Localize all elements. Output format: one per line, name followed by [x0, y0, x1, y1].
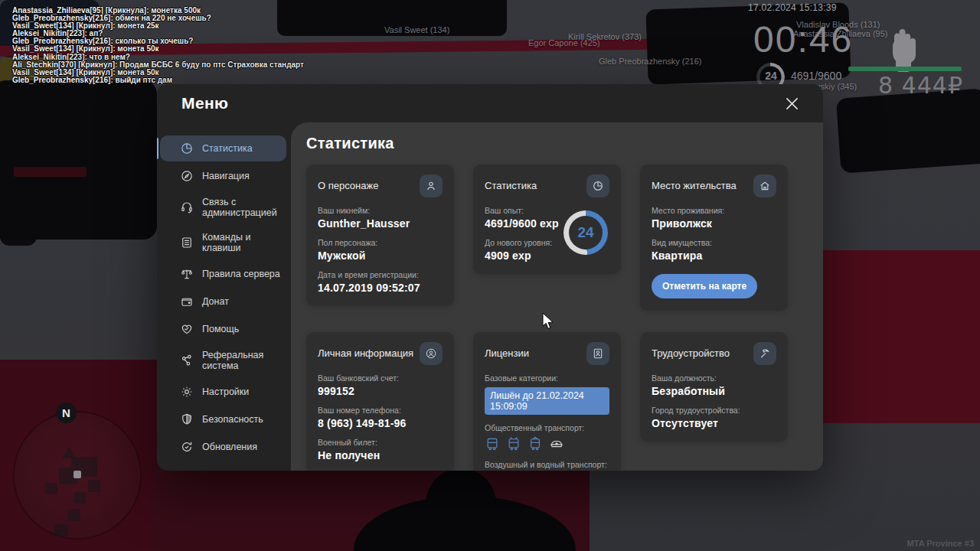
sidebar-item-admin-contact[interactable]: Связь с администрацией [160, 191, 286, 224]
server-watermark: MTA Province #3 [907, 539, 974, 548]
field-value: Gunther_Hausser [318, 217, 443, 230]
pickaxe-icon [753, 342, 776, 365]
field-value: Не получен [318, 449, 443, 461]
player-nametag: Vasil Sweet (134) [384, 25, 449, 34]
field-value: 999152 [318, 385, 443, 397]
sidebar-item-label: Реферальная система [202, 350, 282, 371]
scales-icon [180, 267, 194, 281]
field-value: Приволжск [652, 217, 776, 230]
sidebar-item-security[interactable]: Безопасность [160, 406, 286, 432]
sidebar-item-label: Безопасность [202, 414, 263, 425]
id-card-icon [586, 342, 609, 365]
person-icon [420, 174, 443, 197]
sidebar-item-statistics[interactable]: Статистика [160, 135, 286, 161]
sidebar-item-navigation[interactable]: Навигация [160, 163, 286, 189]
menu-header: Меню [157, 84, 823, 122]
player-nametag: vskiy (345) [816, 82, 857, 91]
minimap: N [15, 412, 140, 538]
sidebar-item-label: Связь с администрацией [202, 197, 282, 218]
field-value: 4909 exp [485, 249, 559, 262]
field-label: Ваш опыт: [485, 206, 559, 215]
pie-chart-icon [586, 174, 609, 197]
hud-money: 8 444₽ [878, 72, 963, 99]
sidebar-item-donate[interactable]: Донат [160, 289, 286, 315]
heart-hands-icon [180, 322, 194, 336]
compass-north-badge: N [56, 403, 77, 423]
gear-icon [180, 385, 194, 399]
network-share-icon [180, 354, 194, 367]
level-progress-ring: 24 [564, 210, 608, 255]
field-value: Отсутствует [652, 417, 776, 429]
field-value: 14.07.2019 09:52:07 [318, 282, 443, 294]
card-about-character: О персонаже Ваш никнейм: Gunther_Hausser… [306, 165, 454, 306]
mouse-cursor [542, 312, 555, 331]
document-list-icon [180, 236, 194, 249]
card-employment: Трудоустройство Ваша должность: Безработ… [640, 332, 788, 442]
card-residence: Место жительства Место проживания: Приво… [640, 165, 788, 311]
field-value: Безработный [652, 385, 776, 397]
sidebar-item-label: Команды и клавиши [202, 232, 282, 253]
refresh-check-icon [180, 440, 194, 454]
taxi-cap-icon [549, 436, 564, 452]
card-personal-info: Личная информация Ваш банковский счет: 9… [306, 332, 454, 471]
license-revoked-badge: Лишён до 21.02.2024 15:09:09 [485, 387, 609, 415]
field-label: До нового уровня: [485, 238, 559, 247]
card-title: Личная информация [318, 342, 413, 359]
sidebar-item-label: Статистика [202, 143, 253, 154]
mark-on-map-button[interactable]: Отметить на карте [652, 274, 757, 298]
sidebar-item-help[interactable]: Помощь [160, 316, 286, 342]
field-label: Ваш номер телефона: [318, 406, 443, 415]
field-label: Ваш никнейм: [318, 206, 443, 215]
field-label: Ваша должность: [652, 373, 776, 383]
sidebar-item-referral-system[interactable]: Реферальная система [160, 344, 286, 377]
field-label: Пол персонажа: [318, 238, 443, 247]
sidebar-item-commands-keys[interactable]: Команды и клавиши [160, 226, 286, 259]
field-label: Вид имущества: [652, 238, 776, 247]
pie-chart-icon [180, 142, 194, 155]
sidebar-item-label: Обновления [202, 442, 257, 452]
field-value: Мужской [318, 249, 443, 262]
minimap-player-marker [74, 471, 81, 478]
field-label: Военный билет: [318, 438, 443, 447]
field-label: Место проживания: [652, 206, 776, 215]
headset-icon [180, 201, 194, 214]
field-label: Базовые категории: [485, 373, 609, 383]
menu-window: Меню Статистика [157, 84, 823, 471]
hud-datetime: 17.02.2024 15:13:39 [748, 2, 837, 13]
menu-sidebar: Статистика Навигация Связь с адми [157, 122, 291, 471]
home-icon [753, 174, 776, 197]
player-nametag: Kirill Sekretov (373) [568, 32, 642, 41]
hud-health-bar [848, 67, 962, 71]
player-nametag: Gleb Preobrazhensky (216) [599, 57, 702, 66]
tram-icon [528, 436, 543, 452]
card-title: Статистика [485, 174, 537, 191]
card-licenses: Лицензии Базовые категории: Лишён до 21.… [473, 332, 621, 471]
trolleybus-icon [506, 436, 521, 452]
shield-icon [180, 412, 194, 426]
field-label: Дата и время регистрации: [318, 270, 443, 279]
sidebar-item-label: Настройки [202, 386, 249, 397]
sidebar-item-label: Правила сервера [202, 269, 280, 279]
public-transport-licenses [485, 436, 609, 452]
card-title: О персонаже [318, 174, 378, 191]
field-value: 8 (963) 149-81-96 [318, 417, 443, 429]
menu-title: Меню [181, 94, 228, 112]
close-button[interactable] [782, 93, 802, 113]
field-label: Общественный транспорт: [485, 423, 609, 432]
sidebar-item-label: Донат [202, 296, 229, 307]
sidebar-item-settings[interactable]: Настройки [160, 379, 286, 405]
field-value: 4691/9600 exp [485, 217, 559, 230]
field-label: Город трудоустройства: [652, 406, 776, 415]
page-title: Статистика [306, 135, 805, 152]
sidebar-item-updates[interactable]: Обновления [160, 434, 286, 460]
sidebar-item-server-rules[interactable]: Правила сервера [160, 261, 286, 287]
level-value: 24 [577, 224, 593, 241]
menu-content: Статистика О персонаже Ваш никней [291, 122, 823, 471]
hud-level-value: 24 [763, 70, 779, 82]
game-screen: Vasil Sweet (134) Egor Capone (425) Kiri… [0, 0, 980, 551]
field-label: Воздушный и водный транспорт: [485, 460, 609, 469]
sidebar-item-label: Помощь [202, 324, 239, 334]
compass-icon [180, 169, 194, 183]
hud-clock: 00:46 [753, 18, 853, 60]
card-title: Место жительства [652, 174, 737, 191]
